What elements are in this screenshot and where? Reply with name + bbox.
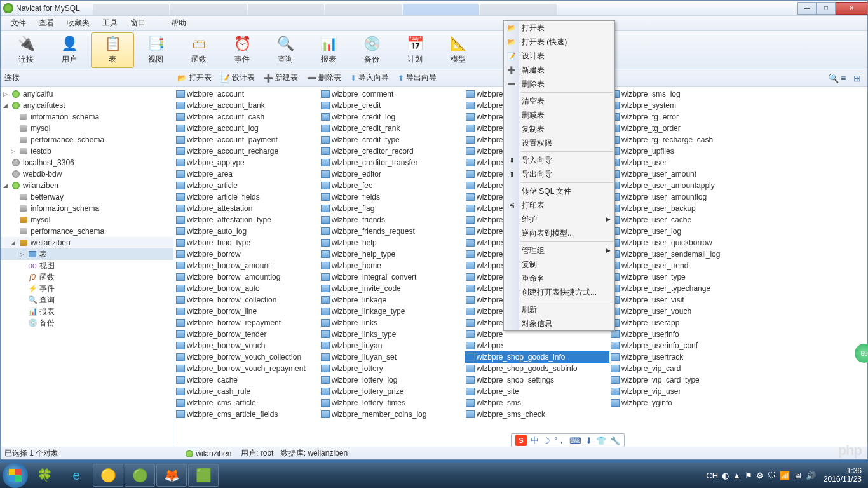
toolbar-表[interactable]: 📋表 bbox=[91, 32, 134, 68]
toolbar-事件[interactable]: ⏰事件 bbox=[220, 32, 264, 68]
table-wlzbpre_borrow_vouch_repayment[interactable]: wlzbpre_borrow_vouch_repayment bbox=[175, 363, 320, 374]
table-wlzbpre_cms_article_fields[interactable]: wlzbpre_cms_article_fields bbox=[175, 409, 320, 420]
table-wlzbpre_user[interactable]: wlzbpre_user bbox=[609, 157, 754, 168]
table-wlzbpre_vip_card_type[interactable]: wlzbpre_vip_card_type bbox=[609, 374, 754, 386]
menu-5[interactable]: 帮助 bbox=[165, 17, 193, 30]
menu-1[interactable]: 查看 bbox=[32, 17, 60, 30]
tree-anyicaifutest[interactable]: ◢anyicaifutest bbox=[1, 100, 173, 111]
tree-betterway[interactable]: betterway bbox=[1, 191, 173, 203]
table-wlzbpre_lottery_log[interactable]: wlzbpre_lottery_log bbox=[320, 374, 465, 386]
detail-view-icon[interactable]: ⊞ bbox=[853, 73, 864, 83]
table-wlzbpre_creditor_record[interactable]: wlzbpre_creditor_record bbox=[320, 146, 465, 157]
task-navicat[interactable]: 🟩 bbox=[188, 464, 219, 487]
table-wlzbpre_yginfo[interactable]: wlzbpre_yginfo bbox=[609, 397, 754, 409]
table-wlzbpre_integral_convert[interactable]: wlzbpre_integral_convert bbox=[320, 271, 465, 283]
table-wlzbpre_article_fields[interactable]: wlzbpre_article_fields bbox=[175, 191, 320, 203]
table-wlzbpre_cash_rule[interactable]: wlzbpre_cash_rule bbox=[175, 386, 320, 397]
table-wlzbpre_usertrack[interactable]: wlzbpre_usertrack bbox=[609, 351, 754, 363]
table-wlzbpre_user_typechange[interactable]: wlzbpre_user_typechange bbox=[609, 283, 754, 294]
table-wlzbpre_area[interactable]: wlzbpre_area bbox=[175, 168, 320, 180]
ctx-管理组[interactable]: 管理组▶ bbox=[504, 243, 614, 257]
table-wlzbpre_liuyan[interactable]: wlzbpre_liuyan bbox=[320, 340, 465, 351]
table-wlzbpre_attestation[interactable]: wlzbpre_attestation bbox=[175, 203, 320, 214]
subaction-打开表[interactable]: 📂打开表 bbox=[173, 71, 215, 85]
table-wlzbpre_site[interactable]: wlzbpre_site bbox=[465, 386, 609, 397]
tray-clock[interactable]: 1:36 2016/11/23 bbox=[820, 467, 865, 484]
table-wlzbpre_borrow_vouch_collection[interactable]: wlzbpre_borrow_vouch_collection bbox=[175, 351, 320, 363]
toolbar-连接[interactable]: 🔌连接 bbox=[4, 32, 48, 68]
tray-gear-icon[interactable]: ⚙ bbox=[756, 471, 764, 480]
toolbar-函数[interactable]: 🗃函数 bbox=[177, 32, 220, 68]
menu-2[interactable]: 收藏夹 bbox=[60, 17, 96, 30]
table-wlzbpre_tg_recharge_cash[interactable]: wlzbpre_tg_recharge_cash bbox=[609, 134, 754, 146]
table-wlzbpre_shop_goods_subinfo[interactable]: wlzbpre_shop_goods_subinfo bbox=[465, 363, 609, 374]
subaction-导出向导[interactable]: ⬆导出向导 bbox=[394, 71, 440, 85]
table-wlzbpre_sms_log[interactable]: wlzbpre_sms_log bbox=[609, 88, 754, 100]
table-wlzbpre_borrow_line[interactable]: wlzbpre_borrow_line bbox=[175, 306, 320, 317]
ctx-重命名[interactable]: 重命名 bbox=[504, 271, 614, 285]
table-wlzbpre_account[interactable]: wlzbpre_account bbox=[175, 88, 320, 100]
ctx-打开表[interactable]: 📂打开表 bbox=[504, 21, 614, 35]
tree-wilanziben[interactable]: ◢wilanziben bbox=[1, 180, 173, 191]
toolbar-查询[interactable]: 🔍查询 bbox=[264, 32, 307, 68]
table-wlzbpre_apptype[interactable]: wlzbpre_apptype bbox=[175, 157, 320, 168]
table-wlzbpre_lottery[interactable]: wlzbpre_lottery bbox=[320, 363, 465, 374]
search-icon[interactable]: 🔍 bbox=[828, 73, 838, 83]
table-wlzbpre_user_log[interactable]: wlzbpre_user_log bbox=[609, 226, 754, 237]
table-wlzbpre_vip_user[interactable]: wlzbpre_vip_user bbox=[609, 386, 754, 397]
list-view-icon[interactable]: ≡ bbox=[841, 73, 851, 83]
table-wlzbpre_editor[interactable]: wlzbpre_editor bbox=[320, 168, 465, 180]
table-wlzbpre_borrow_tender[interactable]: wlzbpre_borrow_tender bbox=[175, 329, 320, 340]
tree-performance_schema[interactable]: performance_schema bbox=[1, 134, 173, 146]
tree-视图[interactable]: oo视图 bbox=[1, 260, 173, 271]
ime-skin-icon[interactable]: 👕 bbox=[596, 436, 606, 445]
table-wlzbpre_sms[interactable]: wlzbpre_sms bbox=[465, 397, 609, 409]
table-wlzbpre_user_amount[interactable]: wlzbpre_user_amount bbox=[609, 168, 754, 180]
table-wlzbpre_biao_type[interactable]: wlzbpre_biao_type bbox=[175, 237, 320, 248]
table-wlzbpre_borrow_auto[interactable]: wlzbpre_borrow_auto bbox=[175, 283, 320, 294]
start-button[interactable] bbox=[3, 463, 28, 488]
ctx-删除表[interactable]: ➖删除表 bbox=[504, 77, 614, 91]
table-wlzbpre_auto_log[interactable]: wlzbpre_auto_log bbox=[175, 226, 320, 237]
table-wlzbpre_user_trend[interactable]: wlzbpre_user_trend bbox=[609, 260, 754, 271]
table-wlzbpre_help_type[interactable]: wlzbpre_help_type bbox=[320, 248, 465, 260]
tree-information_schema[interactable]: information_schema bbox=[1, 203, 173, 214]
tree-事件[interactable]: ⚡事件 bbox=[1, 283, 173, 294]
table-wlzbpre_linkage[interactable]: wlzbpre_linkage bbox=[320, 294, 465, 306]
toolbar-报表[interactable]: 📊报表 bbox=[307, 32, 350, 68]
tree-表[interactable]: ▷表 bbox=[1, 248, 173, 260]
table-wlzbpre_attestation_type[interactable]: wlzbpre_attestation_type bbox=[175, 214, 320, 226]
table-wlzbpre_borrow_collection[interactable]: wlzbpre_borrow_collection bbox=[175, 294, 320, 306]
toolbar-视图[interactable]: 📑视图 bbox=[134, 32, 177, 68]
ime-down-icon[interactable]: ⬇ bbox=[585, 436, 592, 445]
table-wlzbpre_shop_goods_info[interactable]: wlzbpre_shop_goods_info bbox=[465, 351, 609, 363]
table-wlzbpre_user_amountlog[interactable]: wlzbpre_user_amountlog bbox=[609, 191, 754, 203]
table-wlzbpre_tg_error[interactable]: wlzbpre_tg_error bbox=[609, 111, 754, 123]
tray-net-icon[interactable]: 📶 bbox=[780, 471, 790, 480]
close-button[interactable]: ✕ bbox=[836, 2, 867, 15]
toolbar-计划[interactable]: 📅计划 bbox=[393, 32, 437, 68]
table-wlzbpre_credit_log[interactable]: wlzbpre_credit_log bbox=[320, 111, 465, 123]
tree-performance_schema[interactable]: performance_schema bbox=[1, 226, 173, 237]
menu-0[interactable]: 文件 bbox=[4, 17, 32, 30]
table-wlzbpre_userinfo_conf[interactable]: wlzbpre_userinfo_conf bbox=[609, 340, 754, 351]
table-wlzbpre_shop_settings[interactable]: wlzbpre_shop_settings bbox=[465, 374, 609, 386]
toolbar-模型[interactable]: 📐模型 bbox=[437, 32, 480, 68]
taskbar[interactable]: 🍀 e 🟡 🟢 🦊 🟩 CH ◐ ▲ ⚑ ⚙ 🛡 📶 🖥 🔊 1:36 2016… bbox=[0, 463, 868, 488]
tree-函数[interactable]: f0函数 bbox=[1, 271, 173, 283]
ime-toolbar[interactable]: S 中 ☽ °， ⌨ ⬇ 👕 🔧 bbox=[511, 433, 625, 447]
ctx-对象信息[interactable]: 对象信息 bbox=[504, 316, 614, 330]
table-wlzbpre_liuyan_set[interactable]: wlzbpre_liuyan_set bbox=[320, 351, 465, 363]
toolbar-用户[interactable]: 👤用户 bbox=[48, 32, 91, 68]
table-wlzbpre_linkage_type[interactable]: wlzbpre_linkage_type bbox=[320, 306, 465, 317]
ctx-维护[interactable]: 维护▶ bbox=[504, 212, 614, 226]
table-wlzbpre_user_vouch[interactable]: wlzbpre_user_vouch bbox=[609, 306, 754, 317]
task-app2[interactable]: 🟢 bbox=[125, 464, 155, 487]
table-wlzbpre_user_type[interactable]: wlzbpre_user_type bbox=[609, 271, 754, 283]
ctx-删减表[interactable]: 删减表 bbox=[504, 108, 614, 122]
ime-moon-icon[interactable]: ☽ bbox=[543, 436, 550, 445]
ctx-清空表[interactable]: 清空表 bbox=[504, 94, 614, 108]
table-wlzbpre_creditor_transfer[interactable]: wlzbpre_creditor_transfer bbox=[320, 157, 465, 168]
table-wlzbpre_user_cache[interactable]: wlzbpre_user_cache bbox=[609, 214, 754, 226]
table-wlzbpre_borrow_vouch[interactable]: wlzbpre_borrow_vouch bbox=[175, 340, 320, 351]
